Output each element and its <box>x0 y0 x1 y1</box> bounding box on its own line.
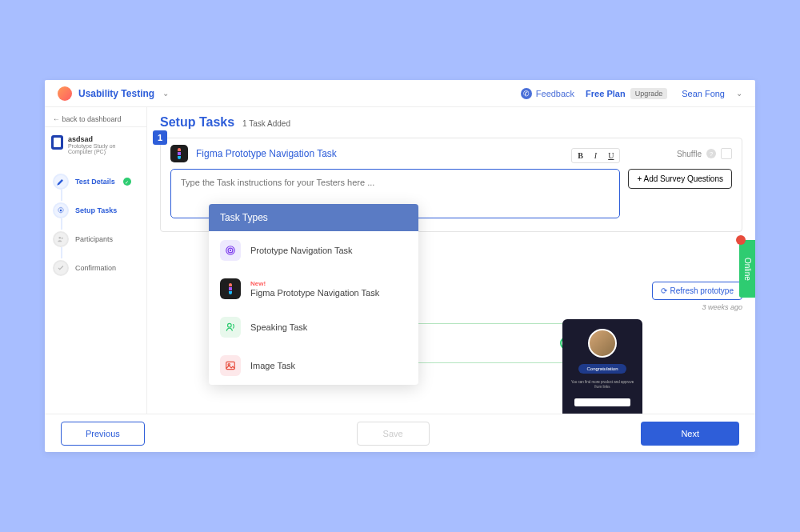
image-icon <box>220 355 241 376</box>
step-test-details[interactable]: Test Details ✓ <box>48 167 143 196</box>
user-name[interactable]: Sean Fong <box>682 89 725 98</box>
task-types-dropdown: Task Types Prototype Navigation Task New… <box>209 204 418 385</box>
gear-icon <box>53 202 69 218</box>
sidebar: ← back to dashboard asdsad Prototype Stu… <box>45 107 147 414</box>
shuffle-checkbox[interactable] <box>721 148 732 159</box>
prototype-panel: ⟳ Refresh prototype 3 weeks ago Congratu… <box>462 282 742 414</box>
bold-button[interactable]: B <box>572 149 589 162</box>
new-badge: New! <box>250 280 379 287</box>
upgrade-button[interactable]: Upgrade <box>630 88 668 99</box>
svg-point-0 <box>60 210 62 212</box>
refresh-icon: ⟳ <box>661 286 667 295</box>
feedback-label: Feedback <box>536 89 574 98</box>
step-participants[interactable]: Participants <box>48 225 143 254</box>
refresh-prototype-button[interactable]: ⟳ Refresh prototype <box>652 282 743 300</box>
timestamp: 3 weeks ago <box>462 300 742 311</box>
notification-badge[interactable] <box>736 235 746 245</box>
phone-mockup: Congratulation You can find more product… <box>562 319 642 414</box>
svg-rect-7 <box>226 362 235 369</box>
app-logo-icon <box>58 86 72 101</box>
info-icon[interactable]: ? <box>706 149 716 158</box>
svg-point-5 <box>230 250 230 250</box>
dropdown-item-figma-nav[interactable]: New!Figma Prototype Navigation Task <box>209 270 418 308</box>
task-number-badge: 1 <box>153 130 167 145</box>
check-circle-icon <box>53 260 69 276</box>
step-confirmation[interactable]: Confirmation <box>48 254 143 282</box>
feedback-link[interactable]: ✆ Feedback <box>521 88 574 99</box>
project-name: asdsad <box>68 135 140 143</box>
workspace-name[interactable]: Usability Testing <box>78 88 154 99</box>
users-icon <box>53 231 69 247</box>
chat-icon: ✆ <box>521 88 532 99</box>
previous-button[interactable]: Previous <box>61 422 145 446</box>
task-title: Figma Prototype Navigation Task <box>196 148 337 159</box>
step-setup-tasks[interactable]: Setup Tasks <box>48 196 143 225</box>
svg-point-2 <box>62 238 63 239</box>
page-title: Setup Tasks <box>160 115 234 130</box>
chevron-down-icon[interactable]: ⌄ <box>736 89 742 98</box>
add-survey-button[interactable]: + Add Survey Questions <box>628 169 732 189</box>
project-card[interactable]: asdsad Prototype Study on Computer (PC) <box>45 127 146 162</box>
figma-icon <box>220 278 241 299</box>
step-list: Test Details ✓ Setup Tasks Participants <box>45 162 146 287</box>
check-icon: ✓ <box>123 178 131 186</box>
back-link[interactable]: ← back to dashboard <box>45 112 146 127</box>
dropdown-header: Task Types <box>209 204 418 231</box>
project-icon <box>51 135 63 150</box>
shuffle-label: Shuffle <box>677 150 702 158</box>
task-count: 1 Task Added <box>242 119 290 128</box>
save-button[interactable]: Save <box>357 422 430 446</box>
chevron-down-icon[interactable]: ⌄ <box>162 89 169 98</box>
pencil-icon <box>53 174 69 190</box>
figma-icon <box>170 145 188 162</box>
footer-bar: Previous Save Next <box>45 414 755 452</box>
speaking-icon <box>220 317 241 338</box>
project-subtitle: Prototype Study on Computer (PC) <box>68 143 140 154</box>
text-format-toolbar: B I U <box>571 148 620 163</box>
underline-button[interactable]: U <box>602 149 619 162</box>
target-icon <box>220 240 241 261</box>
plan-label[interactable]: Free Plan <box>586 89 626 98</box>
italic-button[interactable]: I <box>589 149 602 162</box>
avatar <box>588 329 617 358</box>
svg-point-1 <box>59 237 62 239</box>
svg-point-6 <box>228 323 232 327</box>
phone-button <box>574 398 630 406</box>
congrats-badge: Congratulation <box>578 364 626 374</box>
header-bar: Usability Testing ⌄ ✆ Feedback Free Plan… <box>45 80 755 107</box>
online-tab[interactable]: Online <box>739 240 755 298</box>
next-button[interactable]: Next <box>641 422 739 446</box>
app-window: Usability Testing ⌄ ✆ Feedback Free Plan… <box>45 80 755 452</box>
dropdown-item-speaking[interactable]: Speaking Task <box>209 308 418 346</box>
dropdown-item-image[interactable]: Image Task <box>209 346 418 385</box>
dropdown-item-prototype-nav[interactable]: Prototype Navigation Task <box>209 231 418 270</box>
phone-text: You can find more product and approve fr… <box>569 380 636 390</box>
